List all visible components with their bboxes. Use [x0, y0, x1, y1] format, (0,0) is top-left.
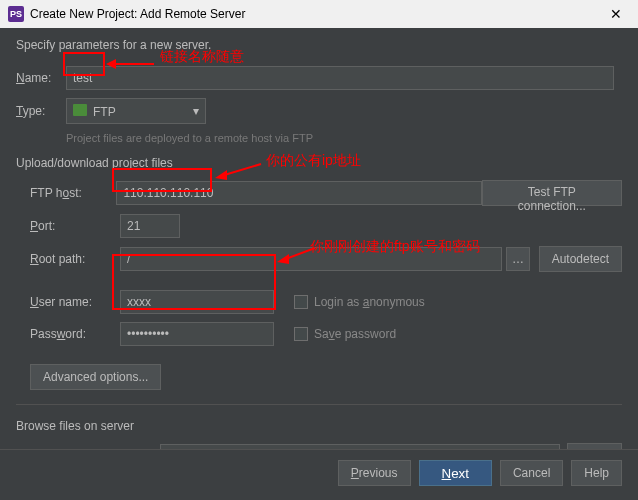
port-label: Port:: [30, 219, 120, 233]
root-path-label: Root path:: [30, 252, 120, 266]
root-path-input[interactable]: [120, 247, 502, 271]
port-input[interactable]: [120, 214, 180, 238]
cancel-button[interactable]: Cancel: [500, 460, 563, 486]
password-input[interactable]: [120, 322, 274, 346]
ftp-host-input[interactable]: [116, 181, 481, 205]
autodetect-button[interactable]: Autodetect: [539, 246, 622, 272]
name-input[interactable]: [66, 66, 614, 90]
advanced-options-button[interactable]: Advanced options...: [30, 364, 161, 390]
ftp-icon: [73, 104, 87, 116]
subheading: Specify parameters for a new server.: [16, 38, 622, 52]
divider: [16, 404, 622, 405]
browse-section-head: Browse files on server: [16, 419, 622, 433]
login-anonymous-label: Login as anonymous: [314, 295, 425, 309]
svg-marker-3: [215, 170, 227, 180]
test-connection-button[interactable]: Test FTP connection...: [482, 180, 622, 206]
chevron-down-icon: ▾: [193, 104, 199, 118]
close-button[interactable]: ✕: [596, 0, 636, 28]
browse-button[interactable]: …: [506, 247, 530, 271]
previous-button[interactable]: Previous: [338, 460, 411, 486]
password-label: Password:: [30, 327, 120, 341]
upload-section-head: Upload/download project files: [16, 156, 622, 170]
next-button[interactable]: Next: [419, 460, 492, 486]
type-note: Project files are deployed to a remote h…: [66, 132, 622, 144]
footer: Previous Next Cancel Help: [0, 449, 638, 500]
type-label: Type:: [16, 104, 66, 118]
name-label: Name:: [16, 71, 66, 85]
titlebar: PS Create New Project: Add Remote Server…: [0, 0, 638, 28]
save-password-label: Save password: [314, 327, 396, 341]
login-anonymous-checkbox[interactable]: [294, 295, 308, 309]
app-icon: PS: [8, 6, 24, 22]
ftp-host-label: FTP host:: [30, 186, 116, 200]
username-input[interactable]: [120, 290, 274, 314]
help-button[interactable]: Help: [571, 460, 622, 486]
type-select[interactable]: FTP ▾: [66, 98, 206, 124]
username-label: User name:: [30, 295, 120, 309]
window-title: Create New Project: Add Remote Server: [30, 7, 245, 21]
save-password-checkbox[interactable]: [294, 327, 308, 341]
